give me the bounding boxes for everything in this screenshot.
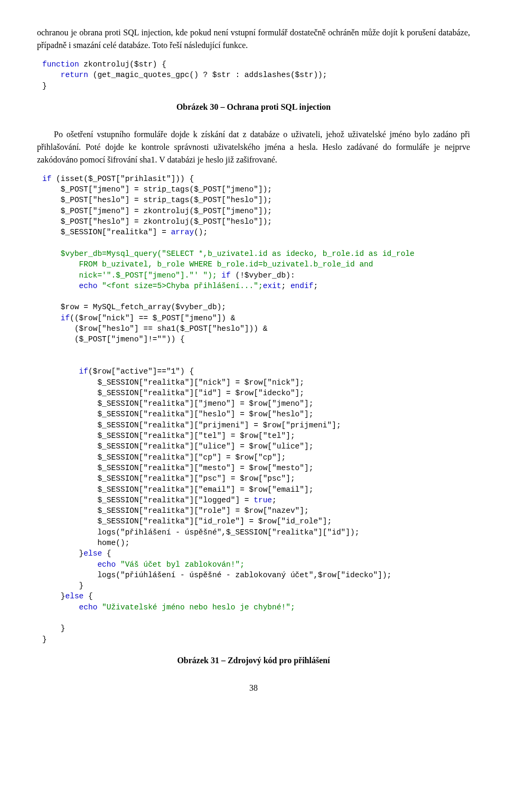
code-text: } [42,592,65,600]
code-text: ($_POST["jmeno"]!="")) { [42,335,185,343]
code-text: logs("přihlášení - úspěšné",$_SESSION["r… [42,528,359,537]
code-text: exit [263,282,281,290]
code-text: $_SESSION["realitka"]["mesto"] = $row["m… [42,464,313,472]
intro-paragraph-1: ochranou je obrana proti SQL injection, … [37,26,470,52]
code-text: function [42,60,79,69]
code-text: echo [42,560,116,569]
code-text: if [42,367,88,376]
code-text: ($row["heslo"] == sha1($_POST["heslo"]))… [42,324,267,333]
code-text: $_SESSION["realitka"]["role"] = $row["na… [42,507,309,515]
code-text: "Uživatelské jméno nebo heslo je chybné!… [97,603,295,612]
figure-caption-30: Obrázek 30 – Ochrana proti SQL injection [37,101,470,113]
code-text [42,357,47,365]
code-text: } [42,635,47,644]
code-text: return [42,71,88,79]
code-text: (); [194,228,208,236]
code-text: if [221,271,230,280]
code-text: ; [272,496,277,504]
code-text: zkontroluj($str) { [79,60,166,69]
code-text: $_SESSION["realitka"]["jmeno"] = $row["j… [42,399,313,408]
code-text: FROM b_uzivatel, b_role WHERE b_role.id=… [42,260,373,269]
code-text: "<font size=5>Chyba přihlášení..."; [97,282,262,290]
code-text: $vyber_db=Mysql_query("SELECT *,b_uzivat… [42,250,415,258]
code-block-1: function zkontroluj($str) { return (get_… [37,59,470,91]
code-text: } [42,82,47,90]
code-text: else [65,592,84,600]
code-text: logs("přiúhlášení - úspěšné - zablokovan… [42,571,391,579]
code-text: home(); [42,539,129,547]
code-block-2: if (isset($_POST["prihlasit"])) { $_POST… [37,174,470,645]
code-text: ; [281,282,290,290]
code-text: $_POST["heslo"] = strip_tags($_POST["hes… [42,196,272,204]
code-text: else [83,549,102,558]
code-text: if [42,314,70,322]
code-text [42,239,47,247]
code-text: } [42,581,83,590]
code-text: $_SESSION["realitka"]["email"] = $row["e… [42,485,313,494]
code-text: nick='".$_POST["jmeno"]."' "); [42,271,221,280]
code-text: } [42,624,65,633]
code-text: $row = MySQL_fetch_array($vyber_db); [42,303,226,311]
code-text: $_SESSION["realitka"]["cp"] = $row["cp"]… [42,453,286,462]
code-text: (($row["nick"] == $_POST["jmeno"]) & [70,314,235,322]
code-text: (isset($_POST["prihlasit"])) { [51,175,194,183]
code-text: $_POST["jmeno"] = zkontroluj($_POST["jme… [42,207,272,215]
figure-caption-31: Obrázek 31 – Zdrojový kód pro přihlášení [37,654,470,667]
code-text: (get_magic_quotes_gpc() ? $str : addslas… [88,71,327,79]
code-text: $_POST["jmeno"] = strip_tags($_POST["jme… [42,185,272,194]
code-text: $_SESSION["realitka"]["id"] = $row["idec… [42,389,304,397]
code-text: $_SESSION["realitka"]["logged"] = [42,496,253,504]
code-text: (!$vyber_db): [231,271,295,280]
code-text: "Váš účet byl zablokován!"; [116,560,245,569]
code-text: true [253,496,272,504]
code-text: $_SESSION["realitka"]["nick"] = $row["ni… [42,378,304,387]
code-text: { [83,592,92,600]
code-text: if [42,175,51,183]
code-text: echo [42,282,97,290]
code-text: $_SESSION["realitka"]["tel"] = $row["tel… [42,432,295,440]
code-text [42,346,47,355]
code-text: endif [290,282,314,290]
code-text: ; [313,282,318,290]
intro-paragraph-2: Po ošetření vstupního formuláře dojde k … [37,128,470,166]
code-text: } [42,549,83,558]
code-text: $_SESSION["realitka"] = [42,228,171,236]
code-text [42,292,47,301]
code-text: echo [42,603,97,612]
code-text: { [102,549,111,558]
code-text: array [171,228,194,236]
code-text: $_SESSION["realitka"]["prijmeni"] = $row… [42,421,341,429]
code-text [42,614,47,622]
code-text: $_SESSION["realitka"]["ulice"] = $row["u… [42,442,313,451]
code-text: $_SESSION["realitka"]["psc"] = $row["psc… [42,474,295,483]
code-text: $_POST["heslo"] = zkontroluj($_POST["hes… [42,217,272,226]
code-text: $_SESSION["realitka"]["heslo"] = $row["h… [42,410,313,418]
page-number: 38 [37,682,470,694]
code-text: $_SESSION["realitka"]["id_role"] = $row[… [42,517,332,526]
code-text: ($row["active"]=="1") { [88,367,194,376]
